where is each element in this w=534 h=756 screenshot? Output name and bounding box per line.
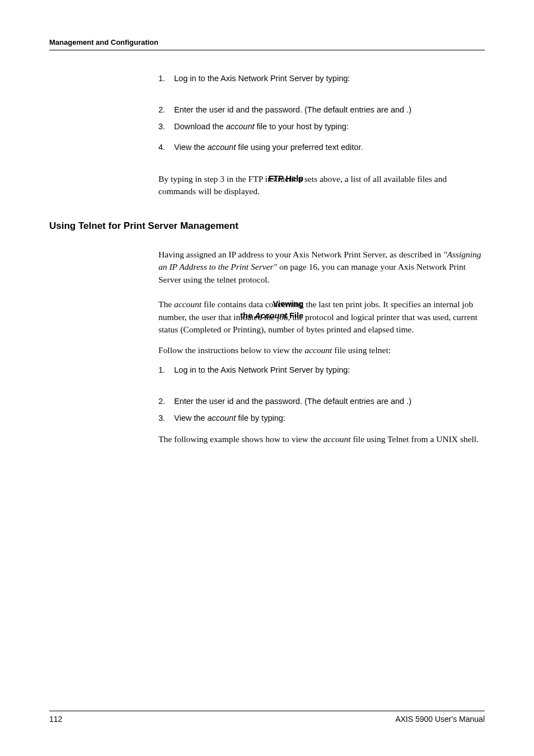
ftp-step-2: 2. Enter the user id and the password. (… bbox=[158, 104, 485, 116]
text-part: file using telnet: bbox=[332, 345, 391, 355]
step-text-part: file to your host by typing: bbox=[255, 122, 349, 131]
text-italic: account bbox=[174, 299, 202, 309]
viewing-label: Viewing the Account File bbox=[208, 298, 311, 321]
step-text-italic: account bbox=[207, 414, 236, 422]
step-text-part: .) bbox=[406, 105, 411, 114]
telnet-step-3: 3. View the account file by typing: bbox=[158, 412, 485, 425]
viewing-account-block: Viewing the Account File The account fil… bbox=[158, 298, 485, 336]
ftp-help-block: FTP Help By typing in step 3 in the FTP … bbox=[158, 173, 485, 198]
text-part: Follow the instructions below to view th… bbox=[158, 345, 305, 355]
telnet-step-1: 1. Log in to the Axis Network Print Serv… bbox=[158, 364, 485, 377]
manual-title: AXIS 5900 User's Manual bbox=[395, 715, 485, 724]
text-part: The following example shows how to view … bbox=[158, 434, 323, 444]
step-text: Log in to the Axis Network Print Server … bbox=[174, 73, 485, 85]
ftp-step-4: 4. View the account file using your pref… bbox=[158, 142, 485, 154]
text-part: file using Telnet from a UNIX shell. bbox=[351, 434, 479, 444]
text-part: By typing bbox=[158, 174, 195, 184]
step-text-part: file using your preferred text editor. bbox=[236, 143, 363, 152]
step-text-part: .) bbox=[406, 397, 411, 406]
label-line: Viewing bbox=[273, 299, 303, 308]
step-text-part: Enter the user id and the password. (The… bbox=[174, 397, 391, 406]
step-text: View the account file using your preferr… bbox=[174, 142, 485, 154]
step-text: View the account file by typing: bbox=[174, 412, 485, 425]
text-italic: account bbox=[305, 345, 332, 355]
step-text-part: and bbox=[391, 397, 406, 406]
label-line: the bbox=[240, 311, 255, 320]
step-number: 3. bbox=[158, 121, 174, 133]
step-number: 3. bbox=[158, 412, 174, 425]
text-part: The bbox=[158, 299, 174, 309]
text-part: Having assigned an IP address to your Ax… bbox=[158, 250, 443, 259]
ftp-step-3: 3. Download the account file to your hos… bbox=[158, 121, 485, 133]
step-number: 1. bbox=[158, 364, 174, 377]
step-text-part: file by typing: bbox=[236, 414, 285, 422]
step-number: 2. bbox=[158, 396, 174, 408]
step-number: 1. bbox=[158, 73, 174, 85]
step-number: 2. bbox=[158, 104, 174, 116]
label-line: File bbox=[287, 311, 303, 320]
step-text-part: Enter the user id and the password. (The… bbox=[174, 105, 391, 114]
ftp-help-label: FTP Help bbox=[208, 173, 311, 184]
step-text-part: View the bbox=[174, 143, 207, 152]
step-text-part: View the bbox=[174, 414, 207, 422]
page-footer: 112 AXIS 5900 User's Manual bbox=[49, 711, 485, 724]
step-text-part: Download the bbox=[174, 122, 226, 131]
label-italic: Account bbox=[255, 311, 287, 320]
page-header: Management and Configuration bbox=[49, 38, 485, 50]
step-text: Log in to the Axis Network Print Server … bbox=[174, 364, 485, 377]
text-part: file contains data concerning the last t… bbox=[158, 299, 477, 334]
step-text-italic: account bbox=[226, 122, 255, 131]
text-italic: account bbox=[323, 434, 350, 444]
step-text: Enter the user id and the password. (The… bbox=[174, 104, 485, 116]
step-text-part: and bbox=[391, 105, 406, 114]
step-text: Download the account file to your host b… bbox=[174, 121, 485, 133]
step-number: 4. bbox=[158, 142, 174, 154]
intro-paragraph: Having assigned an IP address to your Ax… bbox=[158, 248, 485, 286]
main-content: 1. Log in to the Axis Network Print Serv… bbox=[49, 73, 485, 446]
section-heading-telnet: Using Telnet for Print Server Management bbox=[49, 220, 485, 232]
step-text-italic: account bbox=[207, 143, 236, 152]
page-number: 112 bbox=[49, 715, 62, 724]
ftp-step-1: 1. Log in to the Axis Network Print Serv… bbox=[158, 73, 485, 85]
closing-paragraph: The following example shows how to view … bbox=[158, 433, 485, 445]
viewing-para-2: Follow the instructions below to view th… bbox=[158, 344, 485, 356]
step-text: Enter the user id and the password. (The… bbox=[174, 396, 485, 408]
telnet-step-2: 2. Enter the user id and the password. (… bbox=[158, 396, 485, 408]
